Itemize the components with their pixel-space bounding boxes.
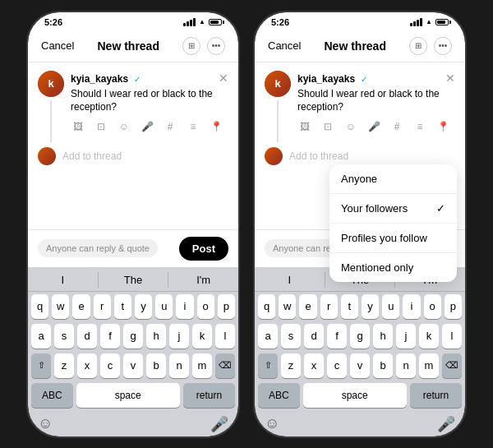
shift-key[interactable]: ⇧	[31, 353, 51, 378]
key-l[interactable]: l	[215, 324, 235, 349]
key-q[interactable]: q	[31, 294, 48, 319]
key-m[interactable]: m	[192, 353, 212, 378]
dropdown-item-anyone[interactable]: Anyone	[329, 164, 457, 194]
abc-key[interactable]: ABC	[31, 383, 73, 408]
dictation-key-2[interactable]: 🎤	[437, 415, 455, 433]
return-key[interactable]: return	[183, 383, 235, 408]
key-r-2[interactable]: r	[320, 294, 338, 319]
hashtag-icon[interactable]: #	[163, 119, 177, 134]
key-z[interactable]: z	[54, 353, 74, 378]
key-t[interactable]: t	[114, 294, 131, 319]
key-j-2[interactable]: j	[396, 324, 416, 349]
key-q-2[interactable]: q	[258, 294, 275, 319]
more-icon-1[interactable]: •••	[207, 37, 225, 55]
dropdown-item-followers[interactable]: Your followers ✓	[329, 194, 457, 224]
key-p[interactable]: p	[218, 294, 235, 319]
dropdown-item-mentioned[interactable]: Mentioned only	[329, 253, 457, 282]
suggestion-1-3[interactable]: I'm	[168, 272, 238, 288]
key-a-2[interactable]: a	[258, 324, 278, 349]
key-d[interactable]: d	[77, 324, 97, 349]
key-h-2[interactable]: h	[373, 324, 393, 349]
abc-key-2[interactable]: ABC	[258, 383, 300, 408]
key-k[interactable]: k	[192, 324, 212, 349]
key-k-2[interactable]: k	[419, 324, 439, 349]
cancel-button-2[interactable]: Cancel	[268, 39, 301, 52]
key-o[interactable]: o	[197, 294, 214, 319]
key-f-2[interactable]: f	[327, 324, 347, 349]
key-f[interactable]: f	[100, 324, 120, 349]
key-s-2[interactable]: s	[281, 324, 301, 349]
key-v[interactable]: v	[123, 353, 143, 378]
key-z-2[interactable]: z	[281, 353, 301, 378]
compose-icon-2[interactable]: ⊞	[409, 37, 427, 55]
dropdown-item-following[interactable]: Profiles you follow	[329, 224, 457, 253]
key-c[interactable]: c	[100, 353, 120, 378]
key-u[interactable]: u	[155, 294, 173, 319]
gif-icon-2[interactable]: ⊡	[320, 119, 335, 134]
emoji-key[interactable]: ☺	[38, 415, 53, 433]
key-g-2[interactable]: g	[350, 324, 370, 349]
key-y-2[interactable]: y	[362, 294, 379, 319]
key-x-2[interactable]: x	[304, 353, 324, 378]
key-a[interactable]: a	[31, 324, 51, 349]
align-icon[interactable]: ≡	[186, 119, 200, 134]
close-post-button-2[interactable]: ✕	[445, 72, 455, 84]
key-x[interactable]: x	[77, 353, 97, 378]
emoji-icon[interactable]: ☺	[117, 119, 131, 134]
key-s[interactable]: s	[54, 324, 74, 349]
key-r[interactable]: r	[94, 294, 111, 319]
key-h[interactable]: h	[146, 324, 166, 349]
compose-icon-1[interactable]: ⊞	[182, 37, 200, 55]
post-text-2[interactable]: Should I wear red or black to the recept…	[297, 87, 455, 115]
key-u-2[interactable]: u	[382, 294, 399, 319]
space-key[interactable]: space	[76, 383, 180, 408]
key-y[interactable]: y	[135, 294, 152, 319]
gif-icon[interactable]: ⊡	[94, 119, 108, 134]
close-post-button-1[interactable]: ✕	[219, 72, 228, 84]
suggestion-1-1[interactable]: I	[28, 272, 99, 288]
return-key-2[interactable]: return	[410, 383, 462, 408]
hashtag-icon-2[interactable]: #	[389, 119, 404, 134]
key-i[interactable]: i	[176, 294, 193, 319]
post-text-1[interactable]: Should I wear red or black to the recept…	[71, 87, 228, 115]
key-e-2[interactable]: e	[299, 294, 316, 319]
key-t-2[interactable]: t	[341, 294, 358, 319]
shift-key-2[interactable]: ⇧	[258, 353, 278, 378]
dictation-key[interactable]: 🎤	[210, 415, 228, 433]
suggestion-1-2[interactable]: The	[99, 272, 169, 288]
key-g[interactable]: g	[123, 324, 143, 349]
key-m-2[interactable]: m	[419, 353, 439, 378]
mic-icon[interactable]: 🎤	[140, 119, 154, 134]
mic-icon-2[interactable]: 🎤	[366, 119, 381, 134]
delete-key-2[interactable]: ⌫	[442, 353, 462, 378]
emoji-icon-2[interactable]: ☺	[343, 119, 358, 134]
key-p-2[interactable]: p	[445, 294, 462, 319]
space-key-2[interactable]: space	[303, 383, 407, 408]
cancel-button-1[interactable]: Cancel	[41, 39, 74, 52]
image-icon[interactable]: 🖼	[71, 119, 85, 134]
delete-key[interactable]: ⌫	[215, 353, 235, 378]
key-l-2[interactable]: l	[442, 324, 462, 349]
image-icon-2[interactable]: 🖼	[297, 119, 312, 134]
key-e[interactable]: e	[72, 294, 90, 319]
more-icon-2[interactable]: •••	[434, 37, 452, 55]
key-d-2[interactable]: d	[304, 324, 324, 349]
key-w-2[interactable]: w	[279, 294, 296, 319]
key-n-2[interactable]: n	[396, 353, 416, 378]
key-w[interactable]: w	[52, 294, 69, 319]
key-n[interactable]: n	[169, 353, 189, 378]
post-button-1[interactable]: Post	[179, 237, 228, 261]
key-v-2[interactable]: v	[350, 353, 370, 378]
suggestion-2-1[interactable]: I	[255, 272, 325, 288]
align-icon-2[interactable]: ≡	[412, 119, 427, 134]
key-i-2[interactable]: i	[403, 294, 420, 319]
location-icon-2[interactable]: 📍	[435, 119, 450, 134]
add-thread-text-1[interactable]: Add to thread	[62, 150, 122, 162]
key-j[interactable]: j	[169, 324, 189, 349]
reply-permission-1[interactable]: Anyone can reply & quote	[38, 239, 158, 257]
add-thread-text-2[interactable]: Add to thread	[289, 150, 348, 162]
key-c-2[interactable]: c	[327, 353, 347, 378]
emoji-key-2[interactable]: ☺	[265, 415, 279, 433]
key-b-2[interactable]: b	[373, 353, 393, 378]
key-b[interactable]: b	[146, 353, 166, 378]
